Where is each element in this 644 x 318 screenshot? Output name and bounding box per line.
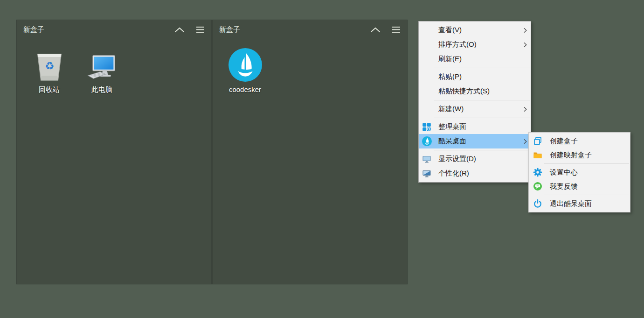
this-pc-icon (87, 45, 118, 82)
submenu-arrow-icon (519, 42, 531, 48)
menu-item-new[interactable]: 新建(W) (419, 102, 531, 116)
personalize-icon (419, 169, 435, 178)
feedback-chat-icon (529, 182, 546, 191)
submenu-item-create-mapped-box[interactable]: 创建映射盒子 (529, 148, 630, 162)
hamburger-menu-icon[interactable] (391, 26, 401, 33)
box-titlebar[interactable]: 新盒子 (213, 20, 407, 39)
coodesker-sailboat-icon (419, 136, 435, 146)
desktop-icon-recycle-bin[interactable]: ♻ 回收站 (23, 45, 76, 94)
submenu-item-exit-coodesker[interactable]: 退出酷呆桌面 (529, 197, 630, 211)
box-title: 新盒子 (23, 25, 174, 34)
menu-separator (434, 118, 530, 118)
menu-item-coodesker[interactable]: 酷呆桌面 (419, 134, 531, 148)
menu-item-view[interactable]: 查看(V) (419, 23, 531, 37)
menu-separator (434, 150, 530, 150)
coodesker-sailboat-icon (229, 45, 262, 82)
menu-separator (544, 163, 629, 164)
icon-label: coodesker (229, 85, 261, 93)
box-titlebar[interactable]: 新盒子 (17, 20, 211, 39)
gear-icon (529, 168, 546, 177)
desktop-icon-this-pc[interactable]: 此电脑 (76, 45, 128, 94)
desktop-box-1: 新盒子 ♻ 回收站 (16, 20, 212, 284)
display-settings-icon (419, 155, 435, 164)
menu-separator (544, 195, 629, 195)
menu-item-sort-by[interactable]: 排序方式(O) (419, 37, 531, 52)
desktop-icon-coodesker[interactable]: coodesker (219, 45, 271, 93)
desktop-context-menu: 查看(V) 排序方式(O) 刷新(E) 粘贴(P) 粘贴快捷方式(S) 新建(W… (418, 21, 531, 183)
coodesker-submenu: 创建盒子 创建映射盒子 (528, 132, 630, 212)
chevron-up-icon[interactable] (174, 27, 185, 33)
organize-desktop-icon (419, 122, 435, 132)
svg-text:♻: ♻ (44, 60, 54, 72)
menu-item-paste[interactable]: 粘贴(P) (419, 70, 531, 84)
submenu-item-feedback[interactable]: 我要反馈 (529, 179, 630, 193)
chevron-up-icon[interactable] (370, 27, 381, 33)
desktop-box-2: 新盒子 coodesker (212, 20, 408, 284)
icon-label: 回收站 (39, 85, 60, 94)
submenu-item-settings-center[interactable]: 设置中心 (529, 165, 630, 179)
recycle-bin-icon: ♻ (35, 45, 64, 82)
box-title: 新盒子 (219, 25, 370, 34)
icon-label: 此电脑 (91, 85, 112, 94)
create-box-icon (529, 136, 546, 146)
submenu-item-create-box[interactable]: 创建盒子 (529, 134, 630, 148)
menu-item-organize-desktop[interactable]: 整理桌面 (419, 120, 531, 134)
menu-separator (434, 68, 530, 68)
menu-item-refresh[interactable]: 刷新(E) (419, 52, 531, 66)
submenu-arrow-icon (519, 106, 531, 112)
menu-item-personalize[interactable]: 个性化(R) (419, 166, 531, 181)
menu-item-display-settings[interactable]: 显示设置(D) (419, 152, 531, 166)
menu-item-paste-shortcut[interactable]: 粘贴快捷方式(S) (419, 84, 531, 99)
folder-icon (529, 150, 546, 160)
menu-separator (434, 100, 530, 100)
hamburger-menu-icon[interactable] (195, 26, 205, 33)
submenu-arrow-icon (519, 28, 531, 33)
power-icon (529, 199, 546, 208)
